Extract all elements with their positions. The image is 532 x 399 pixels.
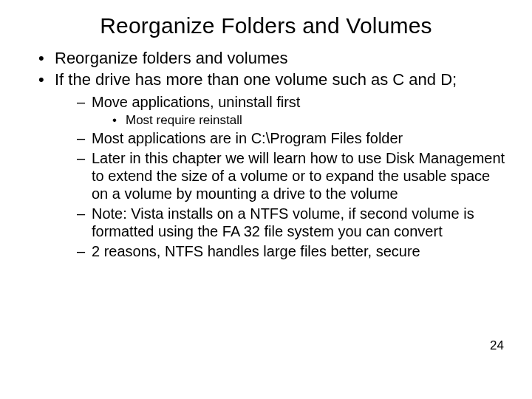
slide: Reorganize Folders and Volumes Reorganiz… bbox=[0, 0, 532, 399]
subsub-bullet-list: Most require reinstall bbox=[92, 112, 510, 128]
sub-bullet-list: Move applications, uninstall first Most … bbox=[55, 93, 510, 260]
slide-title: Reorganize Folders and Volumes bbox=[22, 13, 510, 38]
sub-bullet-item: Note: Vista installs on a NTFS volume, i… bbox=[77, 205, 510, 241]
sub-bullet-item: Most applications are in C:\Program File… bbox=[77, 129, 510, 147]
sub-bullet-text: Note: Vista installs on a NTFS volume, i… bbox=[92, 205, 474, 239]
subsub-bullet-text: Most require reinstall bbox=[126, 113, 242, 127]
sub-bullet-item: Move applications, uninstall first Most … bbox=[77, 93, 510, 129]
sub-bullet-text: Later in this chapter we will learn how … bbox=[92, 150, 505, 202]
sub-bullet-item: Later in this chapter we will learn how … bbox=[77, 149, 510, 203]
bullet-item: If the drive has more than one volume su… bbox=[38, 70, 510, 260]
sub-bullet-text: Move applications, uninstall first bbox=[92, 94, 300, 110]
sub-bullet-text: Most applications are in C:\Program File… bbox=[92, 130, 403, 146]
bullet-text: If the drive has more than one volume su… bbox=[55, 70, 457, 89]
bullet-item: Reorganize folders and volumes bbox=[38, 49, 510, 69]
bullet-list: Reorganize folders and volumes If the dr… bbox=[22, 49, 510, 260]
sub-bullet-text: 2 reasons, NTFS handles large files bett… bbox=[92, 243, 420, 259]
sub-bullet-item: 2 reasons, NTFS handles large files bett… bbox=[77, 242, 510, 260]
page-number: 24 bbox=[490, 338, 504, 353]
bullet-text: Reorganize folders and volumes bbox=[55, 49, 288, 67]
subsub-bullet-item: Most require reinstall bbox=[112, 112, 510, 128]
